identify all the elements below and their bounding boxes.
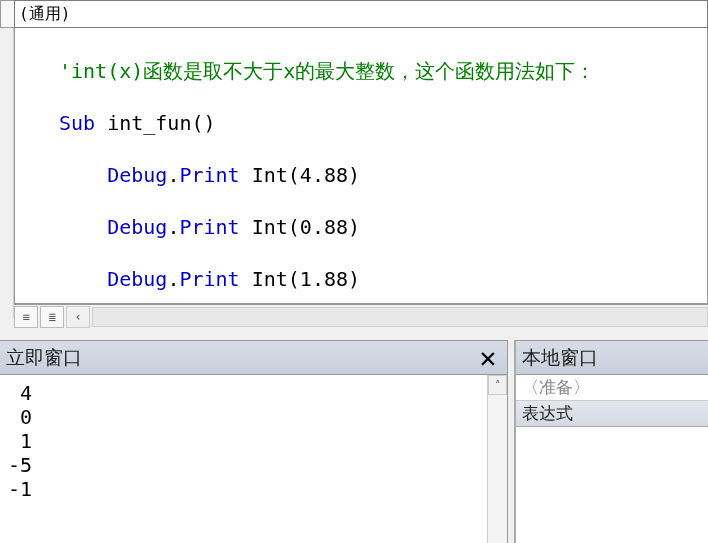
immediate-output[interactable]: 4 0 1 -5 -1 — [0, 375, 487, 543]
left-gutter — [0, 28, 14, 318]
immediate-header: 立即窗口 ✕ — [0, 341, 507, 375]
arg2: Int(0.88) — [240, 215, 360, 239]
vscroll-track[interactable] — [488, 395, 507, 543]
locals-column-expression[interactable]: 表达式 — [516, 401, 708, 427]
immediate-window: 立即窗口 ✕ 4 0 1 -5 -1 ˄ — [0, 340, 508, 543]
corner-stub — [0, 0, 14, 28]
arg1: Int(4.88) — [240, 163, 360, 187]
immediate-title: 立即窗口 — [6, 345, 82, 371]
locals-body — [516, 427, 708, 543]
locals-title: 本地窗口 — [522, 345, 598, 371]
hscroll-track[interactable] — [92, 307, 708, 327]
kw-sub: Sub — [59, 111, 95, 135]
locals-window: 本地窗口 〈准备〉 表达式 — [514, 340, 708, 543]
sub-name: int_fun() — [95, 111, 215, 135]
immediate-vscroll[interactable]: ˄ — [487, 375, 507, 543]
locals-status: 〈准备〉 — [516, 375, 708, 401]
object-dropdown[interactable]: (通用) — [14, 0, 708, 28]
scroll-left-icon[interactable]: ‹ — [66, 306, 90, 328]
code-editor[interactable]: 'int(x)函数是取不大于x的最大整数，这个函数用法如下： Sub int_f… — [14, 28, 708, 304]
close-icon[interactable]: ✕ — [473, 342, 503, 372]
view-mode-full-icon[interactable]: ≣ — [40, 306, 64, 328]
locals-header: 本地窗口 — [516, 341, 708, 375]
arg3: Int(1.88) — [240, 267, 360, 291]
code-comment: 'int(x)函数是取不大于x的最大整数，这个函数用法如下： — [59, 59, 595, 83]
view-mode-proc-icon[interactable]: ≡ — [14, 306, 38, 328]
kw-debug: Debug — [107, 163, 167, 187]
view-mode-strip: ≡ ≣ ‹ — [14, 304, 708, 328]
scroll-up-icon[interactable]: ˄ — [488, 375, 507, 395]
object-dropdown-value: (通用) — [19, 4, 707, 25]
